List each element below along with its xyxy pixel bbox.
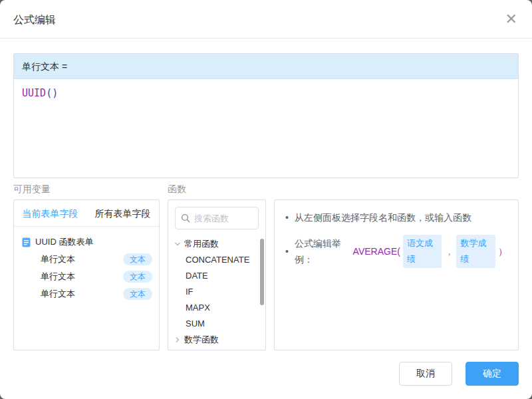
help-tip-1-text: 从左侧面板选择字段名和函数，或输入函数 — [295, 209, 471, 225]
formula-code-input[interactable]: UUID() — [14, 79, 518, 178]
field-row[interactable]: 单行文本 文本 — [14, 251, 159, 268]
confirm-button[interactable]: 确定 — [466, 362, 519, 386]
field-name: 单行文本 — [41, 271, 123, 283]
variables-section-label: 可用变量 — [13, 184, 51, 196]
cancel-button[interactable]: 取消 — [399, 362, 452, 386]
formula-function-name: UUID — [22, 87, 46, 99]
function-group-math[interactable]: 数学函数 — [168, 332, 265, 348]
tab-all-form-fields[interactable]: 所有表单字段 — [86, 200, 159, 226]
example-field-chip: 数学成绩 — [456, 235, 495, 268]
formula-edit-dialog: 公式编辑 ✕ 单行文本 = UUID() 可用变量 函数 当前表单字段 所有表单… — [0, 0, 532, 399]
help-tip-2: • 公式编辑举例： AVERAGE( 语文成绩 ， 数学成绩 ） — [285, 235, 507, 268]
formula-editor: 单行文本 = UUID() — [13, 53, 519, 178]
help-body: • 从左侧面板选择字段名和函数，或输入函数 • 公式编辑举例： AVERAGE(… — [275, 200, 518, 287]
function-search-input[interactable] — [194, 213, 253, 223]
functions-panel: 常用函数 CONCATENATE DATE IF MAPX SUM 数学函数 文… — [168, 200, 266, 350]
field-type-badge: 文本 — [123, 271, 152, 283]
function-item[interactable]: IF — [168, 284, 265, 300]
function-item[interactable]: CONCATENATE — [168, 252, 265, 268]
form-node-label: UUID 函数表单 — [35, 236, 93, 248]
tab-current-form-fields[interactable]: 当前表单字段 — [14, 200, 86, 226]
close-icon[interactable]: ✕ — [505, 11, 517, 28]
bullet-icon: • — [285, 243, 289, 259]
function-item[interactable]: MAPX — [168, 300, 265, 316]
help-tip-1: • 从左侧面板选择字段名和函数，或输入函数 — [285, 209, 507, 225]
function-group-label: 数学函数 — [184, 334, 219, 346]
field-type-badge: 文本 — [123, 288, 152, 300]
example-comma: ， — [444, 243, 454, 259]
form-node[interactable]: UUID 函数表单 — [14, 233, 159, 251]
field-name: 单行文本 — [41, 253, 123, 265]
example-function-close: ） — [498, 243, 507, 259]
page-title: 公式编辑 — [13, 13, 56, 27]
function-group-label: 文本函数 — [184, 350, 219, 350]
functions-section-label: 函数 — [168, 184, 186, 196]
variables-tree: UUID 函数表单 单行文本 文本 单行文本 文本 单行文本 文本 — [14, 227, 159, 303]
function-tree: 常用函数 CONCATENATE DATE IF MAPX SUM 数学函数 文… — [168, 236, 265, 350]
example-function-open: AVERAGE( — [353, 243, 400, 259]
field-row[interactable]: 单行文本 文本 — [14, 285, 159, 303]
variables-tabs: 当前表单字段 所有表单字段 — [14, 200, 159, 227]
chevron-down-icon — [174, 240, 182, 248]
help-panel: • 从左侧面板选择字段名和函数，或输入函数 • 公式编辑举例： AVERAGE(… — [274, 200, 519, 350]
function-group-label: 常用函数 — [184, 238, 219, 250]
help-tip-2-prefix: 公式编辑举例： — [295, 235, 353, 267]
example-field-chip: 语文成绩 — [403, 235, 442, 268]
field-type-badge: 文本 — [123, 253, 152, 265]
field-name: 单行文本 — [41, 288, 123, 300]
dialog-header: 公式编辑 ✕ — [0, 0, 532, 39]
variables-panel: 当前表单字段 所有表单字段 UUID 函数表单 单行文本 文本 单行文本 文本 — [13, 200, 160, 350]
function-group-text[interactable]: 文本函数 — [168, 348, 265, 350]
function-item[interactable]: SUM — [168, 316, 265, 332]
formula-target-label: 单行文本 = — [14, 54, 518, 79]
function-group-common[interactable]: 常用函数 — [168, 236, 265, 252]
search-icon — [181, 213, 190, 223]
scrollbar-thumb[interactable] — [260, 239, 264, 305]
bullet-icon: • — [285, 209, 289, 225]
document-icon — [22, 237, 31, 247]
formula-parens: () — [46, 87, 58, 99]
function-item[interactable]: DATE — [168, 268, 265, 284]
field-row[interactable]: 单行文本 文本 — [14, 268, 159, 285]
function-search-box — [175, 207, 259, 229]
chevron-right-icon — [174, 336, 182, 344]
